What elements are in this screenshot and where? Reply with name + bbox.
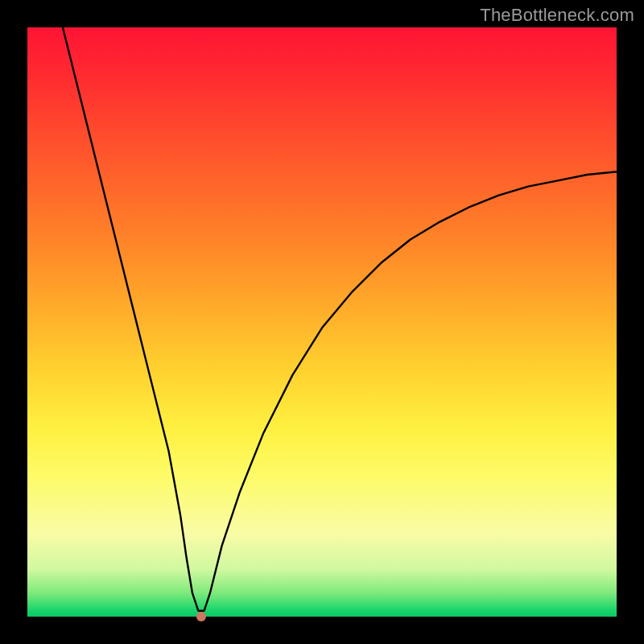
curve-svg bbox=[27, 27, 617, 617]
plot-area bbox=[27, 27, 617, 617]
watermark-text: TheBottleneck.com bbox=[480, 5, 634, 26]
bottleneck-curve bbox=[63, 27, 617, 611]
curve-minimum-dot bbox=[196, 612, 206, 621]
chart-frame: TheBottleneck.com bbox=[0, 0, 644, 644]
